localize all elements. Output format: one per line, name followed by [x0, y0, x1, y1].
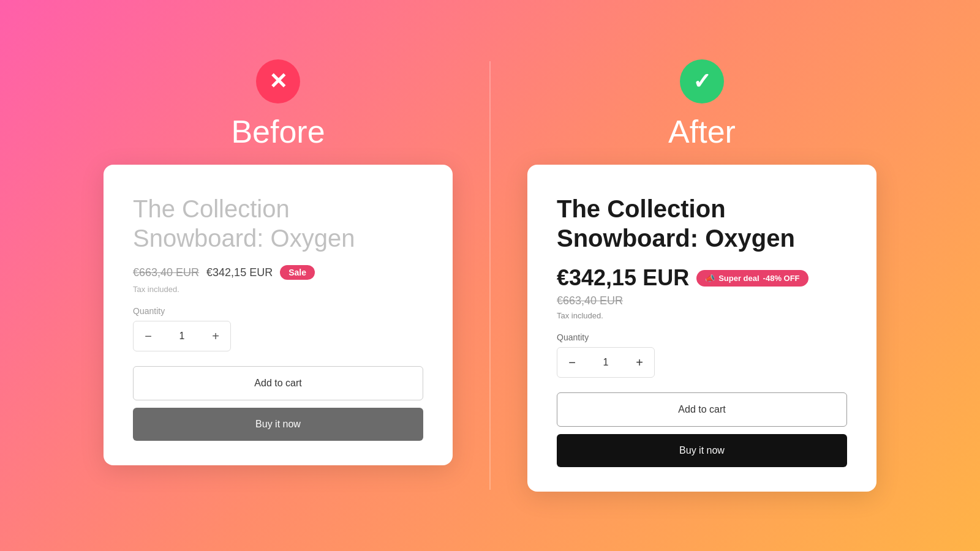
- after-icon: ✓: [680, 59, 724, 103]
- discount-label: -48% OFF: [763, 274, 800, 283]
- check-icon: ✓: [693, 69, 711, 94]
- before-sale-badge: Sale: [280, 265, 315, 280]
- after-qty-value: 1: [587, 357, 625, 368]
- after-column: ✓ After The Collection Snowboard: Oxygen…: [527, 59, 876, 492]
- after-sale-price: €342,15 EUR: [557, 265, 689, 291]
- after-title: After: [668, 113, 736, 150]
- x-icon: ✕: [269, 69, 287, 94]
- before-qty-value: 1: [163, 331, 201, 342]
- before-qty-minus-button[interactable]: −: [134, 321, 163, 351]
- before-qty-plus-button[interactable]: +: [201, 321, 230, 351]
- before-card: The Collection Snowboard: Oxygen €663,40…: [104, 165, 453, 465]
- before-column: ✕ Before The Collection Snowboard: Oxyge…: [104, 59, 453, 465]
- before-icon: ✕: [256, 59, 300, 103]
- before-original-price: €663,40 EUR: [133, 266, 199, 279]
- before-price-row: €663,40 EUR €342,15 EUR Sale: [133, 265, 423, 280]
- after-card: The Collection Snowboard: Oxygen €342,15…: [527, 165, 876, 492]
- after-price-row: €342,15 EUR 📣 Super deal -48% OFF: [557, 265, 847, 291]
- before-product-title: The Collection Snowboard: Oxygen: [133, 194, 423, 253]
- before-add-to-cart-button[interactable]: Add to cart: [133, 366, 423, 400]
- before-tax-info: Tax included.: [133, 285, 423, 294]
- before-title: Before: [231, 113, 325, 150]
- after-quantity-label: Quantity: [557, 332, 847, 342]
- super-deal-label: Super deal: [718, 274, 759, 283]
- after-qty-minus-button[interactable]: −: [557, 348, 587, 377]
- super-deal-badge: 📣 Super deal -48% OFF: [696, 270, 808, 287]
- after-add-to-cart-button[interactable]: Add to cart: [557, 392, 847, 427]
- after-quantity-control: − 1 +: [557, 347, 655, 378]
- before-sale-price: €342,15 EUR: [206, 266, 273, 279]
- after-qty-plus-button[interactable]: +: [625, 348, 654, 377]
- column-divider: [489, 61, 491, 490]
- megaphone-icon: 📣: [705, 274, 715, 283]
- after-tax-info: Tax included.: [557, 311, 847, 320]
- after-buy-now-button[interactable]: Buy it now: [557, 434, 847, 467]
- before-buy-now-button[interactable]: Buy it now: [133, 408, 423, 441]
- after-original-price: €663,40 EUR: [557, 294, 847, 307]
- before-quantity-control: − 1 +: [133, 321, 231, 351]
- before-quantity-label: Quantity: [133, 306, 423, 316]
- after-product-title: The Collection Snowboard: Oxygen: [557, 194, 847, 253]
- page-container: ✕ Before The Collection Snowboard: Oxyge…: [79, 35, 901, 516]
